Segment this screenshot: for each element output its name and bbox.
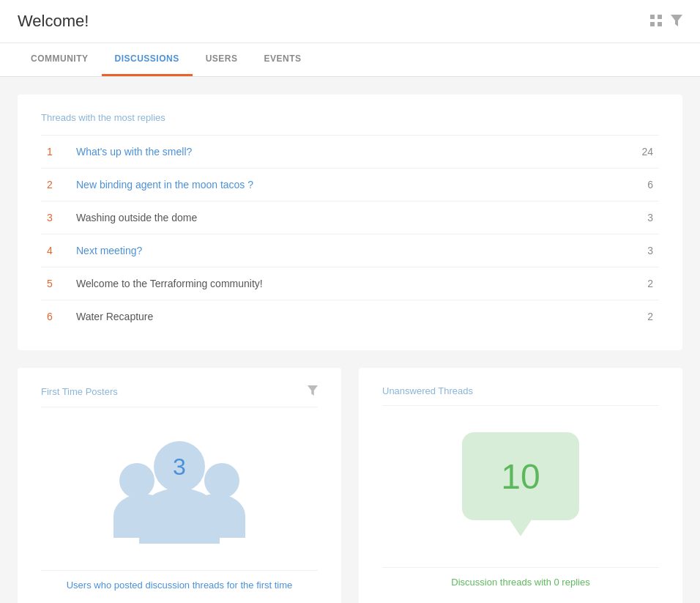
first-time-posters-card: First Time Posters 3 <box>18 368 341 603</box>
thread-title[interactable]: Next meeting? <box>70 234 615 267</box>
svg-rect-3 <box>658 22 662 26</box>
nav-tabs: COMMUNITY DISCUSSIONS USERS EVENTS <box>0 43 700 77</box>
people-graphic: 3 <box>41 419 318 558</box>
table-row: 4Next meeting?3 <box>41 234 659 267</box>
thread-title: Washing outside the dome <box>70 201 615 234</box>
thread-reply-count: 3 <box>615 234 659 267</box>
svg-marker-4 <box>671 15 682 26</box>
unanswered-threads-count: 10 <box>501 456 540 497</box>
tab-community[interactable]: COMMUNITY <box>18 43 102 76</box>
svg-marker-5 <box>308 385 318 396</box>
thread-title: Welcome to the Terraforming community! <box>70 267 615 300</box>
first-time-posters-title: First Time Posters <box>41 386 118 397</box>
svg-rect-2 <box>650 22 655 26</box>
filter-icon-posters[interactable] <box>308 385 318 398</box>
unanswered-threads-title-row: Unanswered Threads <box>382 385 659 406</box>
tab-discussions[interactable]: DISCUSSIONS <box>102 43 193 76</box>
svg-rect-1 <box>658 15 662 19</box>
svg-rect-0 <box>650 15 655 19</box>
thread-title[interactable]: New binding agent in the moon tacos ? <box>70 169 615 201</box>
table-row: 1What's up with the smell?24 <box>41 136 659 169</box>
first-time-posters-count: 3 <box>173 454 186 481</box>
thread-list: 1What's up with the smell?242New binding… <box>41 135 659 333</box>
first-time-posters-description: Users who posted discussion threads for … <box>41 570 318 591</box>
thread-number: 4 <box>41 234 70 267</box>
thread-number: 2 <box>41 169 70 201</box>
thread-number: 1 <box>41 136 70 169</box>
header-icons <box>650 15 682 29</box>
tab-events[interactable]: EVENTS <box>251 43 315 76</box>
unanswered-threads-title: Unanswered Threads <box>382 385 473 396</box>
thread-title[interactable]: What's up with the smell? <box>70 136 615 169</box>
thread-reply-count: 3 <box>615 201 659 234</box>
first-time-posters-title-row: First Time Posters <box>41 385 318 407</box>
chat-bubble: 10 <box>462 432 579 520</box>
thread-reply-count: 2 <box>615 267 659 300</box>
thread-number: 6 <box>41 300 70 333</box>
thread-number: 5 <box>41 267 70 300</box>
unanswered-threads-card: Unanswered Threads 10 Discussion threads… <box>359 368 682 603</box>
unanswered-threads-description: Discussion threads with 0 replies <box>382 567 659 588</box>
thread-reply-count: 24 <box>615 136 659 169</box>
grid-icon[interactable] <box>650 15 662 29</box>
thread-reply-count: 2 <box>615 300 659 333</box>
tab-users[interactable]: USERS <box>193 43 251 76</box>
page-title: Welcome! <box>18 12 89 31</box>
thread-reply-count: 6 <box>615 169 659 201</box>
main-content: Threads with the most replies 1What's up… <box>6 77 694 603</box>
bottom-cards: First Time Posters 3 <box>18 368 682 603</box>
table-row: 5Welcome to the Terraforming community!2 <box>41 267 659 300</box>
threads-section-title: Threads with the most replies <box>41 112 659 123</box>
filter-icon-header[interactable] <box>671 15 682 29</box>
table-row: 6Water Recapture2 <box>41 300 659 333</box>
table-row: 3Washing outside the dome3 <box>41 201 659 234</box>
table-row: 2New binding agent in the moon tacos ?6 <box>41 169 659 201</box>
chat-bubble-visual: 10 <box>382 418 659 555</box>
header: Welcome! <box>0 0 700 43</box>
thread-title: Water Recapture <box>70 300 615 333</box>
thread-number: 3 <box>41 201 70 234</box>
threads-card: Threads with the most replies 1What's up… <box>18 95 682 350</box>
